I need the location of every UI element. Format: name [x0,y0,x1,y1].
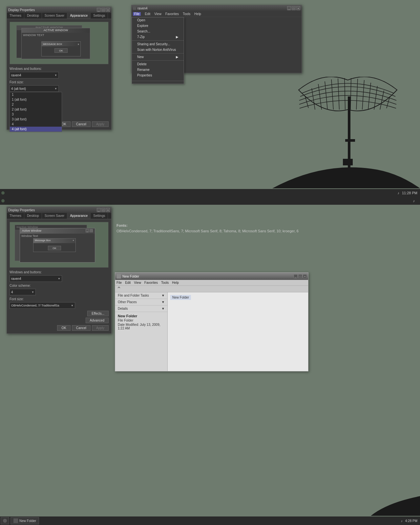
top-titlebar[interactable]: Display Properties _ □ × [7,7,111,13]
ctx-explore[interactable]: Explore [132,23,184,29]
nf-other-places[interactable]: Other Places ▼ [115,299,167,305]
nf-folder-item[interactable]: New Folder [170,295,191,300]
bottom-active-btns: _ □ [86,229,93,233]
ctx-close[interactable] [132,82,184,84]
nf-menu-tools[interactable]: Tools [161,281,169,284]
nf-toolbar-arrow[interactable]: ⌃ [116,285,121,293]
ctx-properties[interactable] [132,78,184,80]
nf-file-folder-tasks[interactable]: File and Folder Tasks ▼ [115,292,167,299]
bottom-color-dropdown[interactable]: 4 ▼ [10,289,36,295]
dropdown-item-1[interactable]: 1 [10,92,62,97]
bottom-dp-maximize[interactable]: □ [101,208,105,212]
nf-details[interactable]: Details ▼ [115,305,167,312]
ctx-create-shortcut[interactable]: Delete [132,61,184,67]
bottom-effects-btn[interactable]: Effects... [87,311,109,316]
dropdown-item-3[interactable]: 3 [10,112,62,117]
clock-tray: 4:28 PM [405,519,417,523]
tab-screensaver[interactable]: Screen Saver [42,13,68,19]
nf-menu-view[interactable]: View [134,281,141,284]
nf-menu-favorites[interactable]: Favorites [144,281,158,284]
dropdown-item-3alt[interactable]: 3 (alt font) [10,117,62,122]
bottom-tab-desktop[interactable]: Desktop [24,213,42,219]
menu-edit[interactable]: Edit [145,12,150,16]
apply-btn[interactable]: Apply [92,121,109,127]
bottom-dp-close[interactable]: × [106,208,110,212]
svg-line-7 [345,78,345,110]
bottom-cancel-btn[interactable]: Cancel [72,325,91,331]
bottom-advanced-btn[interactable]: Advanced [86,318,109,323]
preview-ok-btn[interactable]: OK [54,48,68,53]
ctx-open[interactable]: Open [132,17,184,23]
bottom-tab-themes[interactable]: Themes [7,213,24,219]
bottom-tab-appearance[interactable]: Appearance [67,213,91,219]
ctx-norton[interactable]: Scan with Norton AntiVirus [132,47,184,52]
bottom-fontsize-dropdown[interactable]: OBHelvCondensed, 7/ TraditionellSa ▼ [10,302,75,309]
nf-menu-help[interactable]: Help [172,281,179,284]
nf-details-content: New Folder File Folder Date Modified: Ju… [115,312,167,332]
bottom-windows-label: Windows and buttons: [10,270,109,274]
taskbar-bottom-top: ♪ [0,197,420,205]
bottom-dp-minimize[interactable]: _ [97,208,101,212]
bottom-dp-title-buttons[interactable]: _ □ × [97,208,110,212]
start-button-bottom[interactable] [1,517,9,524]
bottom-start-dot[interactable] [1,199,5,202]
bottom-silhouette [322,476,420,516]
bottom-apply-btn[interactable]: Apply [92,325,109,331]
menu-help[interactable]: Help [194,12,201,16]
dropdown-item-4alt[interactable]: 4 (alt font) [10,127,62,132]
ctx-sharing[interactable]: Sharing and Security... [132,41,184,47]
start-dot[interactable] [1,191,5,195]
nf-menu-file[interactable]: File [116,281,122,284]
explorer-maximize[interactable]: □ [292,6,296,10]
maximize-btn[interactable]: □ [101,8,105,12]
menu-file[interactable]: File [133,12,141,16]
bottom-tab-settings[interactable]: Settings [91,213,108,219]
font-size-dropdown-list[interactable]: 1 1 (alt font) 2 2 (alt font) 3 3 (alt f… [10,92,62,132]
menu-view[interactable]: View [154,12,161,16]
window-text: WINDOW TEXT [22,33,90,37]
nf-titlebar[interactable]: New Folder _ □ × [115,273,308,280]
explorer-titlebar[interactable]: raven4 _ □ × [132,5,302,11]
taskbar-new-folder[interactable]: New Folder [10,517,39,524]
tab-appearance[interactable]: Appearance [67,13,91,19]
ctx-delete[interactable]: Rename [132,67,184,73]
bottom-half: ♪ Display Properties _ □ × Themes Deskto… [0,197,420,525]
bottom-ok-btn[interactable]: OK [57,325,70,331]
tab-desktop[interactable]: Desktop [24,13,42,19]
dropdown-item-2[interactable]: 2 [10,102,62,107]
ctx-search[interactable]: Search... [132,29,184,34]
explorer-menubar: File Edit View Favorites Tools Help [132,11,302,17]
nf-close[interactable]: × [303,274,307,278]
taskbar-top-right: ♪ 11:28 PM [397,191,420,195]
cancel-btn[interactable]: Cancel [72,121,91,127]
svg-line-8 [350,78,351,110]
nf-minimize[interactable]: _ [294,274,298,278]
bottom-windows-dropdown[interactable]: raven4 ▼ [10,275,62,282]
nf-maximize[interactable]: □ [298,274,302,278]
dropdown-item-4[interactable]: 4 [10,122,62,127]
title-buttons[interactable]: _ □ × [97,8,110,12]
bottom-tab-screensaver[interactable]: Screen Saver [42,213,68,219]
dropdown-item-1alt[interactable]: 1 (alt font) [10,97,62,102]
ctx-new[interactable]: New ▶ [132,54,184,60]
nf-title-buttons[interactable]: _ □ × [294,274,307,278]
dropdown-item-2alt[interactable]: 2 (alt font) [10,107,62,112]
tab-themes[interactable]: Themes [7,13,24,19]
tab-settings[interactable]: Settings [91,13,108,19]
minimize-btn[interactable]: _ [97,8,101,12]
nf-menu-edit[interactable]: Edit [125,281,131,284]
windows-buttons-dropdown[interactable]: raven4 ▼ [10,72,59,78]
ctx-7zip[interactable]: 7-Zip ▶ [132,34,184,40]
menu-favorites[interactable]: Favorites [165,12,179,16]
close-btn[interactable]: × [106,8,110,12]
explorer-minimize[interactable]: _ [287,6,291,10]
bottom-msgbox-title: Message Box × [33,239,75,243]
explorer-close[interactable]: × [296,6,300,10]
font-size-dropdown[interactable]: 4 (alt font) ▼ [10,85,59,92]
top-half: Display Properties _ □ × Themes Desktop … [0,0,420,197]
menu-tools[interactable]: Tools [183,12,190,16]
nf-details-name: New Folder [118,314,165,318]
bottom-msgbox-ok[interactable]: OK [48,246,61,250]
bottom-dp-titlebar[interactable]: Display Properties _ □ × [7,207,111,213]
ctx-rename[interactable]: Properties [132,73,184,78]
